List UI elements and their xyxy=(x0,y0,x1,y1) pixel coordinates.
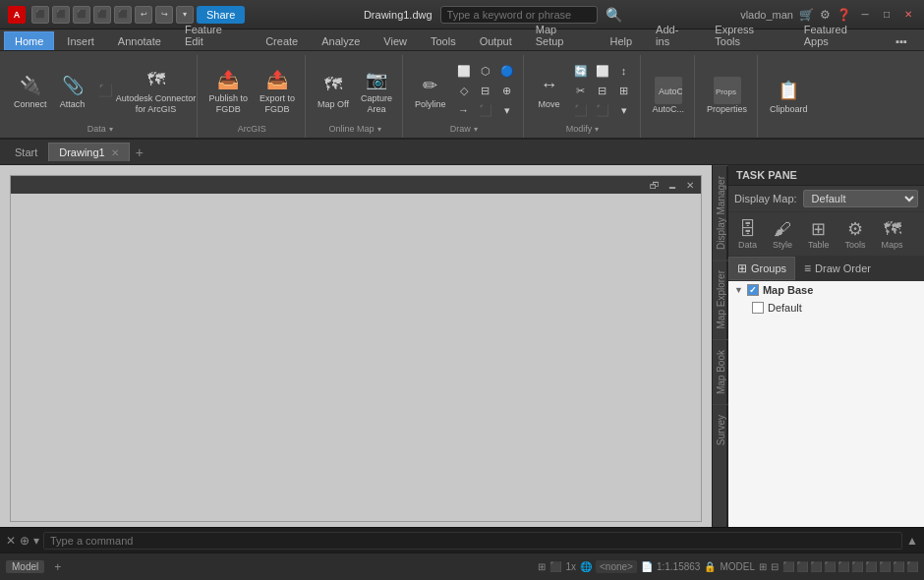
modify-btn-2[interactable]: ⬜ xyxy=(593,62,612,80)
tab-annotate[interactable]: Annotate xyxy=(107,31,172,50)
tool-open[interactable]: ⬛ xyxy=(52,6,70,24)
map-off-button[interactable]: 🗺 Map Off xyxy=(314,70,353,112)
cmd-scroll-icon[interactable]: ▲ xyxy=(906,534,918,548)
default-map-checkbox[interactable] xyxy=(752,302,764,314)
status-icon-1[interactable]: ⬛ xyxy=(782,561,794,572)
status-icon-5[interactable]: ⬛ xyxy=(837,561,849,572)
tab-analyze[interactable]: Analyze xyxy=(311,31,371,50)
status-none-label[interactable]: <none> xyxy=(596,560,637,573)
tab-map-setup[interactable]: Map Setup xyxy=(525,20,598,50)
draw-btn-5[interactable]: ⊟ xyxy=(476,82,495,99)
data-tool[interactable]: 🗄 Data xyxy=(734,217,761,252)
status-icon-6[interactable]: ⬛ xyxy=(851,561,863,572)
tab-tools[interactable]: Tools xyxy=(420,31,467,50)
status-page-icon[interactable]: 📄 xyxy=(641,561,653,572)
side-tab-map-explorer[interactable]: Map Explorer xyxy=(713,260,728,338)
status-lock-icon[interactable]: 🔒 xyxy=(704,561,716,572)
display-map-select[interactable]: Default xyxy=(803,190,918,207)
modify-btn-6[interactable]: ⊞ xyxy=(614,82,634,99)
tab-view[interactable]: View xyxy=(373,31,418,50)
map-base-checkbox[interactable]: ✓ xyxy=(747,284,759,296)
table-tool[interactable]: ⊞ Table xyxy=(804,216,834,252)
status-grid2-icon[interactable]: ⊞ xyxy=(759,561,767,572)
tool-redo[interactable]: ↪ xyxy=(155,6,173,24)
polyline-button[interactable]: ✏ Polyline xyxy=(411,70,450,112)
capture-area-button[interactable]: 📷 CaptureArea xyxy=(357,64,396,117)
draw-order-tab[interactable]: ≡ Draw Order xyxy=(795,257,880,280)
tools-tool[interactable]: ⚙ Tools xyxy=(841,216,870,252)
status-globe-icon[interactable]: 🌐 xyxy=(580,561,592,572)
map-base-expand[interactable]: ▼ xyxy=(734,285,743,295)
properties-button[interactable]: Props Properties xyxy=(703,75,751,117)
command-input[interactable] xyxy=(43,532,902,550)
draw-expand[interactable]: ▾ xyxy=(474,125,478,134)
status-icon-4[interactable]: ⬛ xyxy=(824,561,836,572)
map-base-row[interactable]: ▼ ✓ Map Base xyxy=(728,281,924,299)
status-grid-icon[interactable]: ⊞ xyxy=(538,561,546,572)
doc-tab-drawing1[interactable]: Drawing1 ✕ xyxy=(48,143,129,161)
draw-btn-3[interactable]: 🔵 xyxy=(497,62,517,80)
default-map-row[interactable]: Default xyxy=(728,299,924,317)
tool-print[interactable]: ⬛ xyxy=(114,6,132,24)
tab-add-ins[interactable]: Add-ins xyxy=(645,20,702,50)
status-icon-8[interactable]: ⬛ xyxy=(879,561,891,572)
drawing-restore-button[interactable]: 🗗 xyxy=(648,178,662,192)
tab-more[interactable]: ▪▪▪ xyxy=(885,31,918,50)
draw-btn-8[interactable]: ⬛ xyxy=(476,101,495,119)
data-extra-button[interactable]: ⬛ xyxy=(94,80,118,101)
modify-expand[interactable]: ▾ xyxy=(595,125,599,134)
draw-btn-1[interactable]: ⬜ xyxy=(454,62,474,80)
status-snap-icon[interactable]: ⬛ xyxy=(549,561,561,572)
status-scale-label[interactable]: 1:1.15863 xyxy=(657,561,701,572)
style-tool[interactable]: 🖌 Style xyxy=(769,217,796,252)
close-button[interactable]: ✕ xyxy=(900,7,916,23)
modify-btn-5[interactable]: ⊟ xyxy=(593,82,612,99)
tab-output[interactable]: Output xyxy=(469,31,523,50)
modify-btn-1[interactable]: 🔄 xyxy=(571,62,591,80)
side-tab-survey[interactable]: Survey xyxy=(713,404,728,455)
cmd-menu-icon[interactable]: ▾ xyxy=(33,534,39,548)
tool-save[interactable]: ⬛ xyxy=(73,6,90,24)
tab-featured-apps[interactable]: Featured Apps xyxy=(793,20,884,50)
status-icon-10[interactable]: ⬛ xyxy=(906,561,918,572)
drawing1-close-icon[interactable]: ✕ xyxy=(111,147,119,158)
clipboard-button[interactable]: 📋 Clipboard xyxy=(766,75,812,117)
search-icon[interactable]: 🔍 xyxy=(606,7,622,23)
cmd-close-icon[interactable]: ✕ xyxy=(6,534,16,548)
cmd-at-icon[interactable]: ⊕ xyxy=(20,534,29,548)
connect-button[interactable]: 🔌 Connect xyxy=(10,70,51,112)
move-button[interactable]: ↔ Move xyxy=(532,70,567,112)
modify-btn-9[interactable]: ▾ xyxy=(614,101,634,119)
online-map-expand[interactable]: ▾ xyxy=(377,125,381,134)
draw-btn-6[interactable]: ⊕ xyxy=(497,82,517,99)
side-tab-display-manager[interactable]: Display Manager xyxy=(713,165,728,260)
tool-new[interactable]: ⬛ xyxy=(31,6,49,24)
status-icon-2[interactable]: ⬛ xyxy=(796,561,808,572)
modify-btn-4[interactable]: ✂ xyxy=(571,82,591,99)
tab-feature-edit[interactable]: Feature Edit xyxy=(174,20,253,50)
drawing-close-button[interactable]: ✕ xyxy=(683,178,697,192)
new-tab-button[interactable]: + xyxy=(130,143,149,162)
arcgis-connector-button[interactable]: 🗺 Autodesk Connectorfor ArcGIS xyxy=(122,64,191,117)
status-icon-7[interactable]: ⬛ xyxy=(865,561,877,572)
draw-btn-9[interactable]: ▾ xyxy=(497,101,517,119)
doc-tab-start[interactable]: Start xyxy=(4,143,48,162)
status-grid3-icon[interactable]: ⊟ xyxy=(771,561,779,572)
modify-btn-3[interactable]: ↕ xyxy=(614,62,634,80)
maps-tool[interactable]: 🗺 Maps xyxy=(878,217,907,252)
status-icon-3[interactable]: ⬛ xyxy=(810,561,822,572)
add-layout-button[interactable]: + xyxy=(48,558,67,576)
modify-btn-7[interactable]: ⬛ xyxy=(571,101,591,119)
draw-btn-2[interactable]: ⬡ xyxy=(476,62,495,80)
tool-undo[interactable]: ↩ xyxy=(135,6,152,24)
side-tab-map-book[interactable]: Map Book xyxy=(713,339,728,404)
model-button[interactable]: Model xyxy=(6,560,44,573)
draw-btn-4[interactable]: ◇ xyxy=(454,82,474,99)
status-icon-9[interactable]: ⬛ xyxy=(893,561,904,572)
tab-express-tools[interactable]: Express Tools xyxy=(704,20,790,50)
publish-fgdb-button[interactable]: 📤 Publish toFGDB xyxy=(205,64,253,117)
draw-btn-7[interactable]: → xyxy=(454,101,474,119)
tab-insert[interactable]: Insert xyxy=(56,31,105,50)
drawing-area[interactable]: 🗗 🗕 ✕ xyxy=(0,165,712,527)
tool-save-as[interactable]: ⬛ xyxy=(93,6,111,24)
